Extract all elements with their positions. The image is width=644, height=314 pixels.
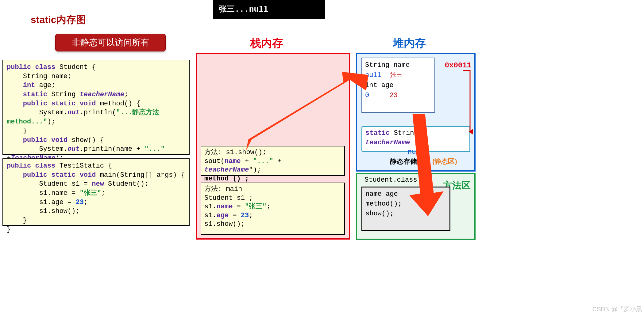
static-area-label: 静态存储位置 (静态区) <box>390 157 457 166</box>
stack-memory-area: 方法: s1.show(); sout(name + "..." + teach… <box>196 53 350 240</box>
callout-badge: 非静态可以访问所有 <box>55 34 166 51</box>
class-label: Student.class <box>364 176 417 184</box>
heap-memory-area: 0x0011 String name null 张三 int age 0 23 … <box>356 53 476 172</box>
console-output: 张三...null <box>213 0 325 19</box>
heap-title: 堆内存 <box>393 36 426 51</box>
stack-frame-main: 方法: main Student s1 ; s1.name = "张三"; s1… <box>201 183 345 235</box>
stack-title: 栈内存 <box>250 36 283 51</box>
class-content: name age method(); show(); <box>361 187 450 231</box>
watermark: CSDN @『罗小黑 <box>592 305 642 313</box>
heap-object: String name null 张三 int age 0 23 <box>361 58 435 113</box>
code-test-class: public class Test1Static { public static… <box>2 158 190 226</box>
code-student-class: public class Student { String name; int … <box>2 60 190 155</box>
heap-static-box: static String teacherName null <box>361 126 470 152</box>
diagram-title: static内存图 <box>31 13 86 27</box>
heap-address: 0x0011 <box>445 61 471 70</box>
stack-frame-show: 方法: s1.show(); sout(name + "..." + teach… <box>201 146 345 176</box>
method-area: 方法区 Student.class name age method(); sho… <box>356 173 476 240</box>
